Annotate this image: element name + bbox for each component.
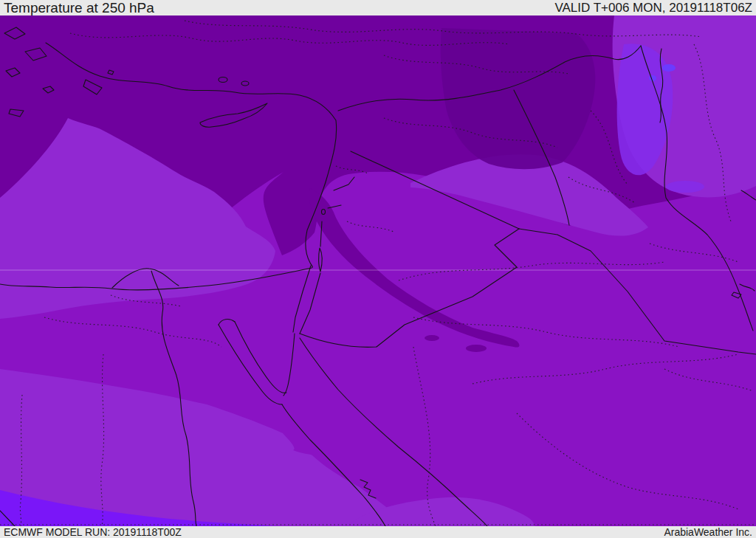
valid-time-label: VALID T+006 MON, 20191118T06Z [554, 0, 752, 15]
weather-map [0, 15, 756, 526]
temp-streak-dot [425, 335, 439, 341]
map-canvas [0, 15, 756, 526]
model-run-label: ECMWF MODEL RUN: 20191118T00Z [4, 526, 182, 538]
temp-speck [662, 64, 676, 72]
footer-bar: ECMWF MODEL RUN: 20191118T00Z ArabiaWeat… [0, 526, 756, 538]
weather-map-product: Temperature at 250 hPa VALID T+006 MON, … [0, 0, 756, 538]
temp-streak-dot [466, 345, 487, 352]
page-title: Temperature at 250 hPa [4, 0, 154, 15]
temp-region-ne-core-tail [666, 181, 704, 193]
title-bar: Temperature at 250 hPa VALID T+006 MON, … [0, 0, 756, 15]
brand-label: ArabiaWeather Inc. [664, 526, 752, 538]
temp-speck [649, 75, 656, 81]
